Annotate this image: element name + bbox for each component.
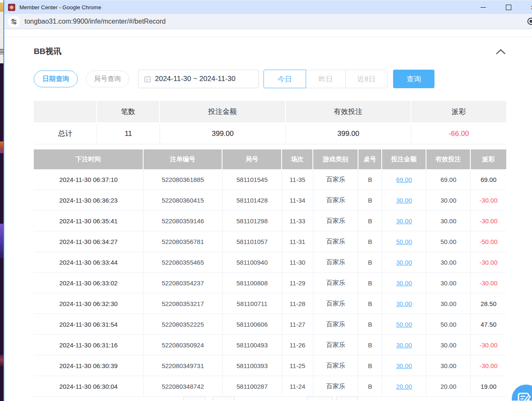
bet-cell-valid: 30.00	[426, 211, 471, 231]
bet-cell-payout: 28.50	[471, 293, 506, 314]
bet-record-row: 2024-11-30 06:33:02522080354237581100808…	[34, 273, 506, 293]
bet-cell-time: 2024-11-30 06:31:16	[34, 335, 144, 355]
bet-cell-session: 11-35	[282, 169, 313, 190]
bet-cell-table: B	[358, 355, 382, 376]
bet-cell-round-no: 581101545	[223, 169, 282, 190]
quick-range-button[interactable]: 昨日	[306, 70, 346, 88]
bet-cell-round-no: 581100606	[223, 314, 282, 335]
bet-cell-time: 2024-11-30 06:36:23	[34, 190, 144, 211]
date-range-value: 2024-11-30 ~ 2024-11-30	[155, 75, 236, 83]
bet-record-row: 2024-11-30 06:31:54522080352225581100606…	[34, 314, 506, 335]
summary-header-cell: 投注金额	[160, 101, 286, 123]
bet-cell-round-no: 581100711	[223, 293, 282, 314]
bet-cell-table: B	[358, 169, 382, 190]
record-icon[interactable]	[527, 18, 532, 25]
bet-record-row: 2024-11-30 06:32:30522080353217581100711…	[34, 293, 506, 314]
bet-cell-round-no: 581101428	[223, 190, 282, 211]
quick-range-button[interactable]: 近8日	[345, 70, 388, 88]
bet-header-cell: 游戏类别	[313, 149, 358, 169]
bet-cell-order-no: 522080359146	[144, 211, 223, 231]
pagination-button[interactable]	[307, 396, 332, 401]
bet-cell-bet: 30.00	[382, 355, 426, 376]
bet-cell-table: B	[358, 376, 382, 397]
bet-cell-session: 11-33	[282, 211, 313, 231]
bet-cell-round-no: 581100940	[223, 252, 282, 273]
pagination-button[interactable]	[213, 396, 235, 401]
search-button[interactable]: 查询	[393, 70, 434, 88]
bet-amount-link[interactable]: 69.00	[396, 176, 412, 183]
bet-cell-time: 2024-11-30 06:34:27	[34, 231, 144, 252]
bet-amount-link[interactable]: 50.00	[396, 321, 412, 328]
bet-cell-table: B	[358, 314, 382, 335]
bet-cell-valid: 50.00	[426, 231, 471, 252]
bet-header-cell: 派彩	[471, 149, 506, 169]
bet-amount-link[interactable]: 50.00	[396, 238, 412, 245]
bet-cell-time: 2024-11-30 06:31:54	[34, 314, 144, 335]
divider	[4, 37, 532, 37]
collapse-section-button[interactable]	[495, 48, 506, 55]
feedback-float-button[interactable]	[512, 385, 532, 401]
bet-header-cell: 桌号	[358, 149, 382, 169]
bet-cell-bet: 30.00	[382, 252, 426, 273]
bet-cell-time: 2024-11-30 06:33:02	[34, 273, 144, 293]
bet-record-row: 2024-11-30 06:36:23522080360415581101428…	[34, 190, 506, 211]
date-query-tab[interactable]: 日期查询	[34, 70, 78, 87]
bet-cell-time: 2024-11-30 06:30:04	[34, 376, 144, 397]
desktop-window-fragment	[0, 355, 3, 367]
close-button[interactable]: ✕	[524, 0, 532, 14]
bet-amount-link[interactable]: 30.00	[396, 259, 412, 266]
close-icon: ✕	[530, 5, 532, 11]
bet-record-row: 2024-11-30 06:31:16522080350924581100493…	[34, 335, 506, 355]
bet-cell-game: 百家乐	[313, 376, 358, 397]
pagination-button[interactable]	[183, 396, 205, 401]
bet-header-cell: 投注金额	[382, 149, 426, 169]
bet-record-row: 2024-11-30 06:33:44522080355465581100940…	[34, 252, 506, 273]
bet-cell-order-no: 522080361885	[144, 169, 223, 190]
maximize-button[interactable]	[500, 0, 517, 14]
bet-amount-link[interactable]: 20.00	[396, 383, 412, 390]
bet-cell-table: B	[358, 211, 382, 231]
date-query-label: 日期查询	[42, 75, 69, 84]
url-field[interactable]: tongbao31.com:9900/infe/mcenter/#/betRec…	[24, 18, 166, 25]
desktop-window-fragment	[0, 141, 3, 153]
bet-cell-time: 2024-11-30 06:33:44	[34, 252, 144, 273]
summary-payout-value: -66.00	[411, 123, 506, 144]
bet-record-row: 2024-11-30 06:35:41522080359146581101298…	[34, 211, 506, 231]
filter-toolbar: 日期查询 局号查询 2024-11-30 ~ 2024-11-30 今日昨日近8…	[34, 70, 506, 88]
bet-amount-link[interactable]: 30.00	[396, 362, 412, 369]
bet-cell-round-no: 581101057	[223, 231, 282, 252]
bet-records-table: 下注时间注单编号局号场次游戏类别桌号投注金额有效投注派彩 2024-11-30 …	[34, 149, 506, 397]
summary-header-cell: 有效投注	[286, 101, 411, 123]
bet-cell-bet: 50.00	[382, 231, 426, 252]
summary-header-row: 笔数投注金额有效投注派彩	[34, 101, 506, 123]
calendar-icon	[144, 76, 151, 83]
bet-cell-table: B	[358, 190, 382, 211]
bet-amount-link[interactable]: 30.00	[396, 279, 412, 287]
pagination-button[interactable]	[336, 396, 358, 401]
bet-cell-valid: 50.00	[426, 314, 471, 335]
minimize-button[interactable]	[475, 0, 491, 14]
bet-cell-order-no: 522080360415	[144, 190, 223, 211]
bet-cell-session: 11-28	[282, 293, 313, 314]
bet-cell-bet: 30.00	[382, 335, 426, 355]
page-title: BB视讯	[34, 46, 61, 57]
bet-amount-link[interactable]: 30.00	[396, 217, 412, 225]
bet-record-row: 2024-11-30 06:37:10522080361885581101545…	[34, 169, 506, 190]
bet-cell-bet: 30.00	[382, 211, 426, 231]
bet-amount-link[interactable]: 30.00	[396, 300, 412, 307]
date-range-picker[interactable]: 2024-11-30 ~ 2024-11-30	[138, 70, 259, 88]
bet-cell-order-no: 522080352225	[144, 314, 223, 335]
site-settings-button[interactable]	[8, 16, 20, 27]
summary-valid-bet-value: 399.00	[286, 123, 411, 144]
quick-range-button[interactable]: 今日	[263, 70, 306, 88]
bet-cell-game: 百家乐	[313, 231, 358, 252]
bet-cell-valid: 20.00	[426, 376, 471, 397]
round-query-label: 局号查询	[94, 75, 121, 84]
summary-header-cell: 笔数	[97, 101, 160, 123]
bet-amount-link[interactable]: 30.00	[396, 341, 412, 349]
bet-cell-bet: 30.00	[382, 293, 426, 314]
round-query-tab[interactable]: 局号查询	[86, 70, 129, 87]
window-title: Member Center - Google Chrome	[19, 4, 101, 11]
bet-table-body: 2024-11-30 06:37:10522080361885581101545…	[34, 169, 506, 397]
bet-amount-link[interactable]: 30.00	[396, 197, 412, 204]
